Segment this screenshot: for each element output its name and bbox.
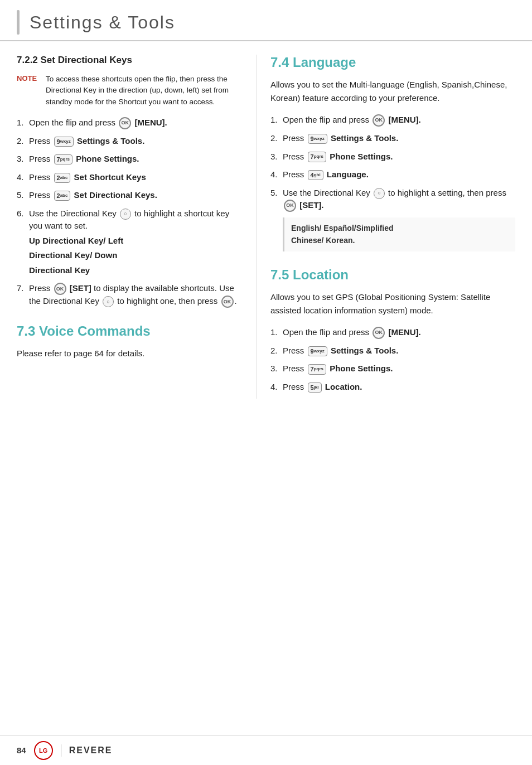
page-header: Settings & Tools [0,0,532,41]
step-content: Press 9wxyz Settings & Tools. [283,345,515,357]
step-content: Use the Directional Key ○ to highlight a… [29,207,240,277]
lang-step-2: 2. Press 9wxyz Settings & Tools. [270,132,515,145]
header-accent-bar [17,10,20,35]
step-content: Press 2abc Set Shortcut Keys [29,171,240,184]
step-num: 3. [17,153,29,166]
loc-step-2: 2. Press 9wxyz Settings & Tools. [270,345,515,357]
step-5-left: 5. Press 2abc Set Directional Keys. [17,189,240,202]
key-7pqrs-loc: 7pqrs [308,364,326,374]
ok-icon-r: OK [284,200,296,212]
step-6-left: 6. Use the Directional Key ○ to highligh… [17,207,240,277]
step-num: 7. [17,282,29,295]
lg-text: LG [39,747,47,754]
key-2abc: 2abc [54,173,71,183]
footer-logo: LG REVERE [34,741,113,760]
key-7pqrs-r: 7pqrs [308,152,326,162]
key-4ghi: 4ghi [308,170,323,180]
location-description: Allows you to set GPS (Global Positionin… [270,290,515,317]
step-num: 5. [17,189,29,202]
step-content: Press OK [SET] to display the available … [29,282,240,308]
step-content: Open the flip and press OK [MENU]. [283,114,515,127]
step-num: 1. [17,117,29,129]
language-title: 7.4 Language [270,55,515,70]
ok-icon-3: OK [221,296,234,308]
voice-commands-section: 7.3 Voice Commands Please refer to page … [17,323,240,360]
step-num: 2. [270,132,283,145]
step-content: Press 7pqrs Phone Settings. [283,362,515,375]
key-9wxyz-loc: 9wxyz [308,346,327,356]
step-num: 1. [270,326,283,339]
step-content: Press 4ghi Language. [283,168,515,181]
language-options-box: English/ Español/SimplifiedChinese/ Kore… [283,217,515,251]
page-footer: 84 LG REVERE [0,735,532,765]
step-2-left: 2. Press 9wxyz Settings & Tools. [17,135,240,148]
note-block: NOTE To access these shortcuts open the … [17,74,240,108]
voice-commands-title: 7.3 Voice Commands [17,323,240,339]
page-title: Settings & Tools [30,12,175,33]
step-num: 2. [270,345,283,357]
loc-step-1: 1. Open the flip and press OK [MENU]. [270,326,515,339]
step-4-left: 4. Press 2abc Set Shortcut Keys [17,171,240,184]
ok-icon-2: OK [54,283,66,295]
right-column: 7.4 Language Allows you to set the Multi… [257,55,532,399]
step-num: 4. [17,171,29,184]
voice-commands-desc: Please refer to page 64 for details. [17,347,240,360]
section-722-title: 7.2.2 Set Directional Keys [17,55,240,66]
step-num: 3. [270,362,283,375]
bold-line-1: Up Directional Key/ Left [29,235,240,248]
step-num: 4. [270,381,283,394]
loc-step-4: 4. Press 5jkl Location. [270,381,515,394]
step-content: Press 5jkl Location. [283,381,515,394]
step-content: Use the Directional Key ○ to highlight a… [283,187,515,262]
step-num: 4. [270,168,283,181]
logo-divider [61,744,61,757]
dir-key-icon-r: ○ [374,188,385,199]
step-num: 2. [17,135,29,148]
location-title: 7.5 Location [270,267,515,283]
lang-step-4: 4. Press 4ghi Language. [270,168,515,181]
note-label: NOTE [17,74,46,108]
key-7pqrs: 7pqrs [54,154,72,164]
ok-icon: OK [119,117,131,129]
step-content: Open the flip and press OK [MENU]. [29,117,240,129]
step-3-left: 3. Press 7pqrs Phone Settings. [17,153,240,166]
step-content: Open the flip and press OK [MENU]. [283,326,515,339]
lang-step-3: 3. Press 7pqrs Phone Settings. [270,151,515,163]
bold-line-3: Directional Key [29,264,240,277]
bold-line-2: Directional Key/ Down [29,249,240,262]
step-num: 3. [270,151,283,163]
language-description: Allows you to set the Multi-language (En… [270,78,515,105]
key-5jkl: 5jkl [308,382,322,393]
left-column: 7.2.2 Set Directional Keys NOTE To acces… [0,55,257,399]
step-num: 6. [17,207,29,220]
step-content: Press 9wxyz Settings & Tools. [283,132,515,145]
step-1-left: 1. Open the flip and press OK [MENU]. [17,117,240,129]
key-9wxyz: 9wxyz [54,137,74,147]
step-content: Press 9wxyz Settings & Tools. [29,135,240,148]
ok-icon-loc: OK [373,327,385,339]
lg-logo-icon: LG [34,741,53,760]
ok-icon: OK [373,114,385,127]
lang-step-5: 5. Use the Directional Key ○ to highligh… [270,187,515,262]
note-text: To access these shortcuts open the flip,… [46,74,240,108]
page-number: 84 [17,745,26,755]
revere-brand: REVERE [69,745,113,756]
step-content: Press 7pqrs Phone Settings. [29,153,240,166]
step-content: Press 2abc Set Directional Keys. [29,189,240,202]
lang-step-1: 1. Open the flip and press OK [MENU]. [270,114,515,127]
main-content: 7.2.2 Set Directional Keys NOTE To acces… [0,55,532,443]
step-num: 1. [270,114,283,127]
key-2abc-b: 2abc [54,191,71,201]
key-9wxyz-r: 9wxyz [308,134,327,144]
step-7-left: 7. Press OK [SET] to display the availab… [17,282,240,308]
step-num: 5. [270,187,283,200]
loc-step-3: 3. Press 7pqrs Phone Settings. [270,362,515,375]
dir-key-icon-2: ○ [103,296,114,307]
dir-key-icon: ○ [120,209,131,220]
step-content: Press 7pqrs Phone Settings. [283,151,515,163]
